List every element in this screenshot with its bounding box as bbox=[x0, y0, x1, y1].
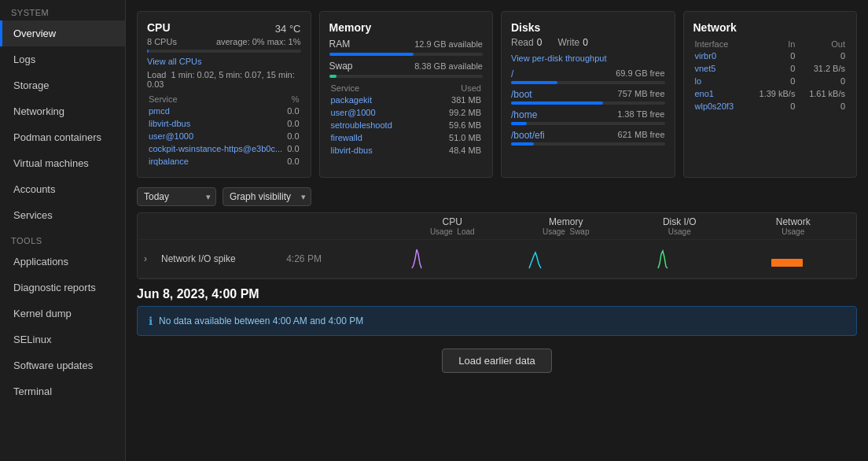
info-icon: ℹ bbox=[149, 315, 153, 327]
swap-label: Swap bbox=[329, 61, 353, 72]
cpu-card: CPU 34 °C 8 CPUs average: 0% max: 1% Vie… bbox=[137, 11, 311, 178]
sidebar-item-software[interactable]: Software updates bbox=[0, 352, 125, 378]
graph-disk-sub: Usage bbox=[668, 227, 691, 236]
memory-title: Memory bbox=[329, 21, 372, 34]
disk-path-link[interactable]: /boot/efi bbox=[511, 130, 545, 141]
table-row: eno11.39 kB/s1.61 kB/s bbox=[693, 87, 848, 100]
disks-title: Disks bbox=[511, 21, 540, 34]
sidebar-item-networking[interactable]: Networking bbox=[0, 98, 125, 124]
graph-network-sub: Usage bbox=[782, 227, 804, 236]
info-banner: ℹ No data available between 4:00 AM and … bbox=[137, 306, 857, 336]
table-row: pmcd0.0 bbox=[147, 105, 301, 117]
graph-visibility-select[interactable]: Graph visibility CPU Memory Disk I/O Net… bbox=[223, 187, 311, 206]
table-row: irqbalance0.0 bbox=[147, 155, 301, 168]
table-row: cockpit-wsinstance-https@e3b0c...0.0 bbox=[147, 142, 301, 155]
table-row: setroubleshootd59.6 MB bbox=[329, 119, 484, 131]
graph-memory-label: Memory bbox=[549, 216, 583, 227]
sidebar-item-applications[interactable]: Applications bbox=[0, 249, 125, 275]
cpu-avg: average: 0% max: 1% bbox=[216, 37, 301, 46]
graph-area: CPU Usage Load Memory Usage Swap Disk I/… bbox=[137, 212, 857, 279]
graph-cpu-label: CPU bbox=[443, 216, 462, 227]
disk-write-label: Write bbox=[557, 37, 579, 48]
sidebar-item-accounts[interactable]: Accounts bbox=[0, 176, 125, 202]
graph-visibility-select-wrapper[interactable]: Graph visibility CPU Memory Disk I/O Net… bbox=[223, 187, 311, 206]
disk-item: /boot 757 MB free bbox=[511, 89, 665, 105]
today-select[interactable]: Today Last hour Last 6 hours Last day La… bbox=[137, 187, 216, 206]
sidebar-item-storage[interactable]: Storage bbox=[0, 72, 125, 98]
main-content: CPU 34 °C 8 CPUs average: 0% max: 1% Vie… bbox=[126, 0, 868, 461]
network-card: Network Interface In Out virbr000vnet503… bbox=[683, 11, 858, 178]
sidebar-item-vms[interactable]: Virtual machines bbox=[0, 150, 125, 176]
graph-memory-header: Memory Usage Swap bbox=[509, 216, 623, 236]
info-message: No data available between 4:00 AM and 4:… bbox=[159, 315, 363, 326]
net-iface-col: Interface bbox=[693, 39, 747, 50]
cpu-load-label: Load bbox=[147, 70, 166, 79]
event-time: 4:26 PM bbox=[286, 253, 349, 264]
stats-cards-row: CPU 34 °C 8 CPUs average: 0% max: 1% Vie… bbox=[137, 11, 857, 178]
sidebar-item-terminal[interactable]: Terminal bbox=[0, 378, 125, 404]
graph-disk-header: Disk I/O Usage bbox=[623, 216, 737, 236]
table-row: packagekit381 MB bbox=[329, 94, 484, 106]
disk-item: / 69.9 GB free bbox=[511, 68, 665, 84]
mem-service-table: Service Used packagekit381 MBuser@100099… bbox=[329, 83, 484, 157]
graph-header-row: CPU Usage Load Memory Usage Swap Disk I/… bbox=[138, 213, 856, 240]
ram-label: RAM bbox=[329, 39, 351, 50]
ram-avail: 12.9 GB available bbox=[414, 39, 483, 49]
graph-toolbar: Today Last hour Last 6 hours Last day La… bbox=[137, 187, 857, 206]
sidebar-tools-label: Tools bbox=[0, 228, 125, 249]
table-row: lo00 bbox=[693, 75, 848, 87]
disk-free: 621 MB free bbox=[618, 130, 665, 141]
mem-svc-col: Service bbox=[329, 83, 428, 94]
disk-item: /boot/efi 621 MB free bbox=[511, 130, 665, 146]
sidebar-item-kernel[interactable]: Kernel dump bbox=[0, 301, 125, 326]
view-throughput-link[interactable]: View per-disk throughput bbox=[511, 53, 606, 63]
load-earlier-button[interactable]: Load earlier data bbox=[442, 349, 552, 373]
disk-path-link[interactable]: / bbox=[511, 68, 513, 79]
svg-rect-0 bbox=[771, 259, 803, 267]
graph-event-row: › Network I/O spike 4:26 PM bbox=[138, 240, 856, 278]
table-row: user@10000.0 bbox=[147, 130, 301, 142]
disk-path-link[interactable]: /home bbox=[511, 109, 537, 120]
today-select-wrapper[interactable]: Today Last hour Last 6 hours Last day La… bbox=[137, 187, 216, 206]
table-row: user@100099.2 MB bbox=[329, 106, 484, 119]
sidebar-item-selinux[interactable]: SELinux bbox=[0, 326, 125, 352]
net-in-col: In bbox=[747, 39, 797, 50]
table-row: vnet5031.2 B/s bbox=[693, 62, 848, 75]
memory-spark bbox=[474, 245, 599, 273]
graph-network-label: Network bbox=[776, 216, 811, 227]
cpu-pct-col: % bbox=[285, 94, 301, 105]
cpu-spark bbox=[349, 245, 474, 273]
net-iface-table: Interface In Out virbr000vnet5031.2 B/sl… bbox=[693, 39, 848, 112]
event-chevron-icon[interactable]: › bbox=[144, 253, 161, 264]
network-spark bbox=[725, 245, 850, 273]
sidebar-item-podman[interactable]: Podman containers bbox=[0, 124, 125, 150]
sidebar-item-overview[interactable]: Overview bbox=[0, 20, 125, 46]
event-name: Network I/O spike bbox=[161, 253, 286, 264]
cpu-service-table: Service % pmcd0.0libvirt-dbus0.0user@100… bbox=[147, 94, 301, 168]
table-row: libvirt-dbus0.0 bbox=[147, 117, 301, 130]
table-row: wlp0s20f300 bbox=[693, 100, 848, 112]
load-earlier-row: Load earlier data bbox=[137, 344, 857, 378]
table-row: libvirt-dbus48.4 MB bbox=[329, 144, 484, 157]
sidebar-system-label: System bbox=[0, 0, 125, 20]
graph-disk-label: Disk I/O bbox=[663, 216, 697, 227]
cpu-load-values: 1 min: 0.02, 5 min: 0.07, 15 min: 0.03 bbox=[147, 70, 295, 89]
sidebar-item-services[interactable]: Services bbox=[0, 202, 125, 228]
disk-read-label: Read bbox=[511, 37, 534, 48]
view-all-cpus-link[interactable]: View all CPUs bbox=[147, 57, 202, 66]
disk-read-val: 0 bbox=[537, 37, 542, 48]
graph-cpu-header: CPU Usage Load bbox=[395, 216, 509, 236]
graph-network-header: Network Usage bbox=[737, 216, 851, 236]
disk-path-link[interactable]: /boot bbox=[511, 89, 532, 100]
cpu-title: CPU bbox=[147, 21, 171, 34]
cpu-count: 8 CPUs bbox=[147, 37, 177, 46]
net-out-col: Out bbox=[796, 39, 847, 50]
sidebar-item-logs[interactable]: Logs bbox=[0, 46, 125, 72]
sidebar: System Overview Logs Storage Networking … bbox=[0, 0, 126, 461]
table-row: firewalld51.0 MB bbox=[329, 131, 484, 144]
disk-free: 1.38 TB free bbox=[617, 109, 664, 120]
sidebar-item-diag[interactable]: Diagnostic reports bbox=[0, 275, 125, 301]
cpu-load-text: Load 1 min: 0.02, 5 min: 0.07, 15 min: 0… bbox=[147, 70, 301, 89]
table-row: virbr000 bbox=[693, 50, 848, 62]
disk-free: 757 MB free bbox=[618, 89, 665, 100]
